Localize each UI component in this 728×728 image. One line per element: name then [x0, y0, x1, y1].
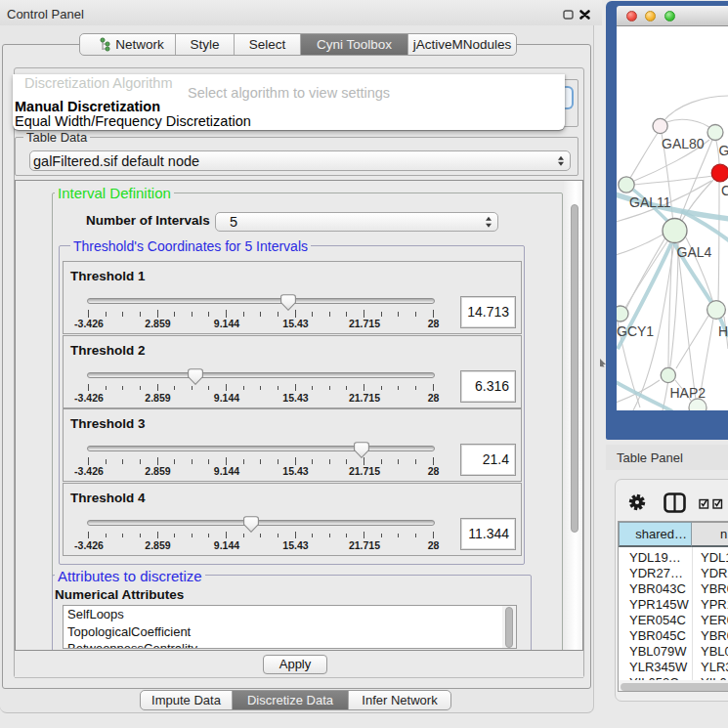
svg-text:GAL80: GAL80	[662, 136, 705, 151]
svg-text:GAL11: GAL11	[629, 194, 671, 210]
svg-text:H: H	[718, 323, 728, 339]
svg-text:GAL4: GAL4	[677, 244, 712, 260]
svg-text:G: G	[719, 143, 728, 158]
svg-text:GCY1: GCY1	[617, 323, 654, 339]
svg-text:HAP2: HAP2	[670, 385, 707, 401]
svg-text:C: C	[721, 183, 728, 198]
